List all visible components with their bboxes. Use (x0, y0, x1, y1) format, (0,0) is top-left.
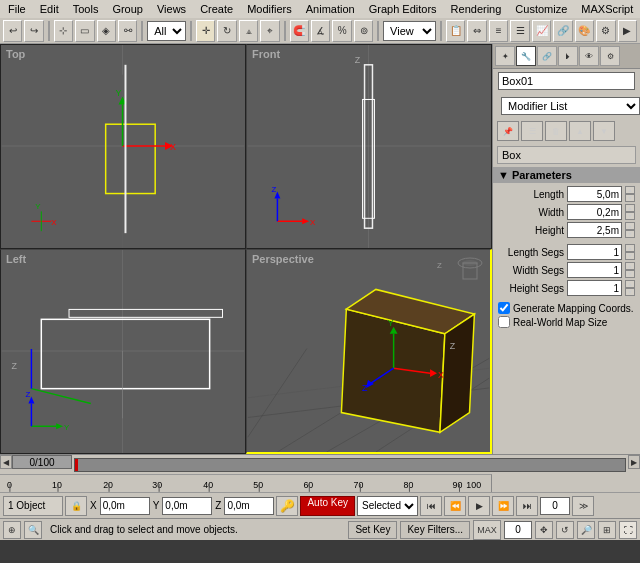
frame-display-input[interactable] (504, 521, 532, 539)
rotate-button[interactable]: ↻ (217, 20, 236, 42)
menu-group[interactable]: Group (106, 3, 149, 15)
mod-move-up-button[interactable]: ▲ (569, 121, 591, 141)
x-coord-input[interactable] (100, 497, 150, 515)
length-segs-input[interactable] (567, 244, 622, 260)
width-up-button[interactable]: ▲ (625, 204, 635, 212)
mod-delete-button[interactable]: 🗑 (545, 121, 567, 141)
go-end-button[interactable]: ⏭ (516, 496, 538, 516)
play-button[interactable]: ▶ (468, 496, 490, 516)
select-region-button[interactable]: ▭ (75, 20, 94, 42)
mod-config-button[interactable]: ☰ (521, 121, 543, 141)
length-up-button[interactable]: ▲ (625, 186, 635, 194)
height-down-button[interactable]: ▼ (625, 230, 635, 238)
parameters-section-title[interactable]: ▼ Parameters (493, 167, 640, 183)
select-obj-button[interactable]: ◈ (97, 20, 116, 42)
box-modifier-item[interactable]: Box (497, 146, 636, 164)
selected-dropdown[interactable]: Selected (357, 496, 418, 516)
scale-button[interactable]: ⟁ (239, 20, 258, 42)
hierarchy-tab[interactable]: 🔗 (537, 46, 557, 66)
auto-key-button[interactable]: Auto Key (300, 496, 355, 516)
display-tab[interactable]: 👁 (579, 46, 599, 66)
material-button[interactable]: 🎨 (575, 20, 594, 42)
modifier-list-dropdown[interactable]: Modifier List (501, 97, 640, 115)
time-ruler[interactable]: 0 10 20 30 40 50 60 70 80 90 1 (0, 474, 492, 492)
width-segs-down-button[interactable]: ▼ (625, 270, 635, 278)
viewport-nav-1[interactable]: ⊕ (3, 521, 21, 539)
spinner-snap-button[interactable]: ⊚ (354, 20, 373, 42)
menu-file[interactable]: File (2, 3, 32, 15)
next-frame-button[interactable]: ⏩ (492, 496, 514, 516)
timeline-left-arrow[interactable]: ◀ (0, 455, 12, 469)
width-segs-up-button[interactable]: ▲ (625, 262, 635, 270)
pan-view-button[interactable]: ✥ (535, 521, 553, 539)
select-button[interactable]: ⊹ (54, 20, 73, 42)
menu-edit[interactable]: Edit (34, 3, 65, 15)
mod-move-down-button[interactable]: ▼ (593, 121, 615, 141)
utilities-tab[interactable]: ⚙ (600, 46, 620, 66)
redo-button[interactable]: ↪ (24, 20, 43, 42)
width-segs-input[interactable] (567, 262, 622, 278)
filter-dropdown[interactable]: All (147, 21, 186, 41)
viewport-perspective[interactable]: Perspective (246, 249, 492, 454)
current-frame-input[interactable] (540, 497, 570, 515)
object-name-input[interactable] (498, 72, 635, 90)
width-input[interactable] (567, 204, 622, 220)
mod-pin-button[interactable]: 📌 (497, 121, 519, 141)
viewport-top[interactable]: Top X Y (0, 44, 246, 249)
snap-button[interactable]: 🧲 (290, 20, 309, 42)
width-down-button[interactable]: ▼ (625, 212, 635, 220)
menu-maxscript[interactable]: MAXScript (575, 3, 639, 15)
menu-customize[interactable]: Customize (509, 3, 573, 15)
height-segs-down-button[interactable]: ▼ (625, 288, 635, 296)
prev-frame-button[interactable]: ⏪ (444, 496, 466, 516)
real-world-checkbox[interactable] (498, 316, 510, 328)
length-down-button[interactable]: ▼ (625, 194, 635, 202)
undo-button[interactable]: ↩ (3, 20, 22, 42)
viewport-nav-2[interactable]: 🔍 (24, 521, 42, 539)
render-button[interactable]: ▶ (618, 20, 637, 42)
y-coord-input[interactable] (162, 497, 212, 515)
select-link-button[interactable]: ⚯ (118, 20, 137, 42)
orbit-view-button[interactable]: ↺ (556, 521, 574, 539)
zoom-all-button[interactable]: ⊞ (598, 521, 616, 539)
maximize-viewport-button[interactable]: ⛶ (619, 521, 637, 539)
set-key-button[interactable]: Set Key (348, 521, 397, 539)
curve-editor-button[interactable]: 📈 (532, 20, 551, 42)
maxscript-listener-button[interactable]: ≫ (572, 496, 594, 516)
modify-tab[interactable]: 🔧 (516, 46, 536, 66)
layer-button[interactable]: ☰ (510, 20, 529, 42)
menu-create[interactable]: Create (194, 3, 239, 15)
menu-views[interactable]: Views (151, 3, 192, 15)
go-start-button[interactable]: ⏮ (420, 496, 442, 516)
percent-snap-button[interactable]: % (332, 20, 351, 42)
height-segs-up-button[interactable]: ▲ (625, 280, 635, 288)
menu-graph-editors[interactable]: Graph Editors (363, 3, 443, 15)
viewport-left[interactable]: Left Y Z Z (0, 249, 246, 454)
maxscript-btn[interactable]: MAX (473, 520, 501, 540)
schematic-button[interactable]: 🔗 (553, 20, 572, 42)
length-segs-down-button[interactable]: ▼ (625, 252, 635, 260)
menu-rendering[interactable]: Rendering (445, 3, 508, 15)
timeline-slider[interactable] (74, 458, 626, 472)
length-segs-up-button[interactable]: ▲ (625, 244, 635, 252)
length-input[interactable] (567, 186, 622, 202)
create-tab[interactable]: ✦ (495, 46, 515, 66)
height-input[interactable] (567, 222, 622, 238)
selection-lock-button[interactable]: 🔒 (65, 496, 87, 516)
z-coord-input[interactable] (224, 497, 274, 515)
menu-animation[interactable]: Animation (300, 3, 361, 15)
key-filters-button[interactable]: Key Filters... (400, 521, 470, 539)
motion-tab[interactable]: ⏵ (558, 46, 578, 66)
menu-modifiers[interactable]: Modifiers (241, 3, 298, 15)
viewport-front[interactable]: Front Z X Z (246, 44, 492, 249)
move-button[interactable]: ✛ (196, 20, 215, 42)
render-setup-button[interactable]: ⚙ (596, 20, 615, 42)
menu-tools[interactable]: Tools (67, 3, 105, 15)
timeline-right-arrow[interactable]: ▶ (628, 455, 640, 469)
reference-button[interactable]: ⌖ (260, 20, 279, 42)
height-segs-input[interactable] (567, 280, 622, 296)
zoom-view-button[interactable]: 🔎 (577, 521, 595, 539)
angle-snap-button[interactable]: ∡ (311, 20, 330, 42)
view-dropdown[interactable]: View (383, 21, 436, 41)
align-button[interactable]: ≡ (489, 20, 508, 42)
